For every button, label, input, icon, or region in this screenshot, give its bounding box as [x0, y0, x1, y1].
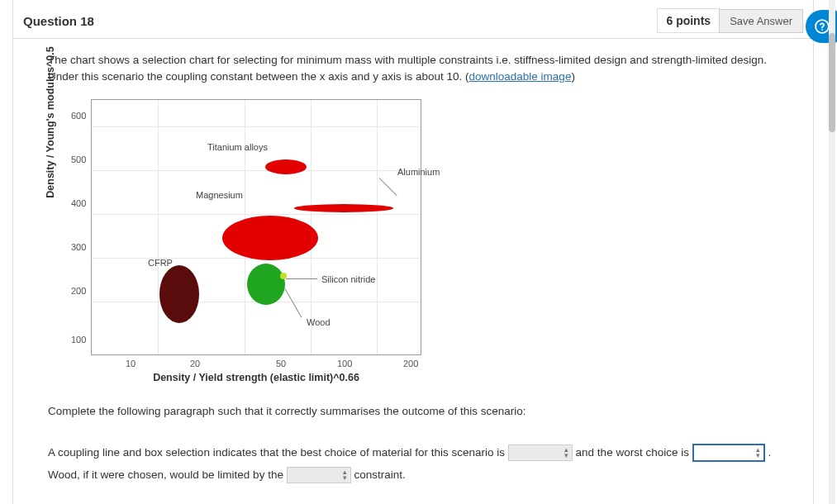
downloadable-image-link[interactable]: downloadable image — [469, 70, 572, 83]
instruction-paragraph: Complete the following paragraph such th… — [48, 403, 788, 420]
question-header: Question 18 6 points Save Answer — [13, 0, 813, 39]
fill-text-2: and the worst choice is — [576, 446, 692, 459]
stepper-icon: ▴▾ — [756, 447, 760, 459]
label-aluminium: Aluminium — [397, 166, 440, 179]
constraint-dropdown[interactable]: ▴▾ — [287, 467, 351, 483]
leader-line — [285, 288, 302, 317]
chart-plot-area: Titanium alloys Aluminium Magnesium CFRP… — [91, 99, 421, 355]
xtick: 100 — [337, 358, 352, 371]
gridline — [92, 214, 421, 215]
xtick: 10 — [126, 358, 136, 371]
gridline — [92, 170, 421, 171]
xtick: 200 — [403, 358, 418, 371]
best-choice-dropdown[interactable]: ▴▾ — [508, 445, 573, 461]
xtick: 50 — [276, 358, 286, 371]
leader-line — [379, 178, 397, 196]
label-titanium: Titanium alloys — [207, 141, 268, 155]
ytick: 100 — [71, 334, 86, 347]
question-body: The chart shows a selection chart for se… — [13, 39, 813, 499]
stepper-icon: ▴▾ — [564, 447, 568, 459]
question-card: Question 18 6 points Save Answer The cha… — [12, 0, 814, 504]
save-answer-button[interactable]: Save Answer — [719, 9, 803, 33]
gridline — [158, 100, 159, 354]
fill-paragraph: A coupling line and box selection indica… — [48, 441, 788, 486]
x-axis-label: Density / Yield strength (elastic limit)… — [91, 370, 421, 385]
fill-text-1: A coupling line and box selection indica… — [48, 446, 508, 459]
stepper-icon: ▴▾ — [343, 469, 347, 481]
gridline — [92, 126, 421, 127]
intro-text: The chart shows a selection chart for se… — [48, 52, 788, 84]
svg-point-1 — [821, 29, 823, 31]
scrollbar-thumb[interactable] — [829, 33, 835, 132]
intro-part1: The chart shows a selection chart for se… — [48, 54, 767, 83]
intro-part2: ) — [571, 70, 575, 83]
bubble-magnesium — [222, 216, 318, 260]
xtick: 20 — [190, 358, 200, 371]
label-cfrp: CFRP — [148, 257, 173, 270]
bubble-cfrp — [159, 265, 199, 323]
ytick: 600 — [71, 110, 86, 123]
ytick: 400 — [71, 197, 86, 211]
bubble-aluminium — [294, 204, 393, 212]
ytick: 200 — [71, 285, 86, 298]
header-right: 6 points Save Answer — [657, 8, 803, 33]
y-axis-label: Density / Young's modulus^0.5 — [43, 15, 58, 230]
points-badge: 6 points — [657, 8, 720, 33]
ytick: 500 — [71, 154, 86, 167]
leader-line — [286, 278, 317, 279]
label-silicon-nitride: Silicon nitride — [321, 273, 375, 287]
bubble-silicon-nitride — [247, 264, 285, 305]
worst-choice-dropdown[interactable]: ▴▾ — [692, 444, 765, 462]
gridline — [377, 100, 378, 354]
question-title: Question 18 — [23, 14, 94, 28]
label-magnesium: Magnesium — [196, 189, 243, 202]
help-icon — [814, 18, 830, 35]
selection-chart: Density / Young's modulus^0.5 — [61, 89, 425, 378]
page: Question 18 6 points Save Answer The cha… — [0, 0, 837, 504]
bubble-titanium — [265, 159, 307, 174]
label-wood: Wood — [307, 316, 331, 330]
fill-text-4: constraint. — [354, 468, 405, 481]
ytick: 300 — [71, 241, 86, 254]
